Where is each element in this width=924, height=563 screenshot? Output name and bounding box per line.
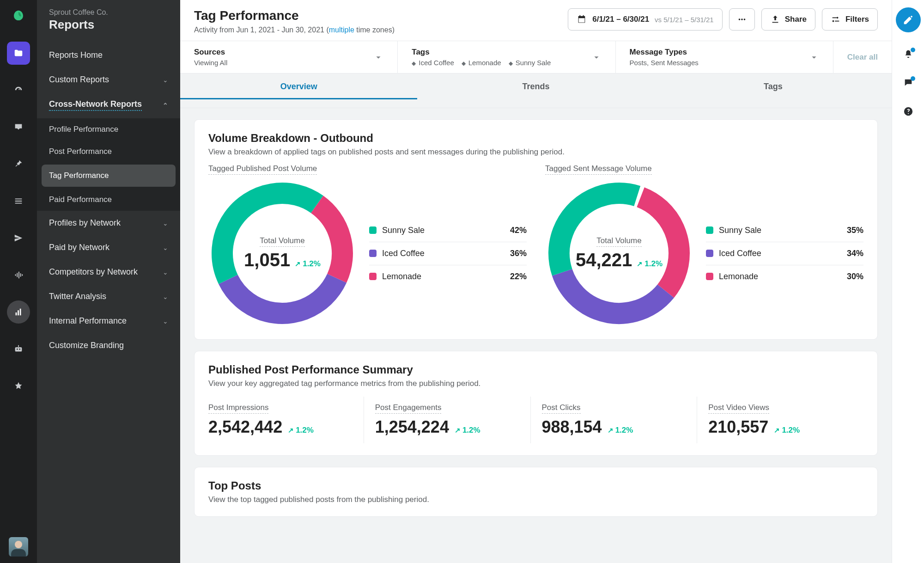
sidebar-item-2[interactable]: Cross-Network Reports⌃ [37, 92, 180, 118]
metric-cell: Post Engagements1,254,2241.2% [364, 397, 531, 443]
calendar-icon [577, 14, 587, 24]
sidebar-sub-2-0[interactable]: Profile Performance [37, 118, 180, 141]
page-title: Tag Performance [194, 8, 395, 23]
nav-pin-icon[interactable] [7, 153, 30, 176]
tag-chip: Sunny Sale [509, 59, 551, 67]
right-rail [892, 0, 924, 563]
legend-row: Lemonade30% [706, 265, 863, 288]
sidebar-item-8[interactable]: Customize Branding [37, 333, 180, 358]
chevron-down-icon [591, 52, 602, 62]
volume-card: Volume Breakdown - Outbound View a break… [194, 119, 878, 340]
tag-chip: Lemonade [462, 59, 501, 67]
legend-row: Sunny Sale42% [369, 219, 527, 242]
legend-row: Lemonade22% [369, 265, 527, 288]
tab-trends[interactable]: Trends [417, 73, 654, 108]
tabs: OverviewTrendsTags [180, 73, 892, 108]
metric-value: 210,557 [708, 417, 768, 437]
topbar: Tag Performance Activity from Jun 1, 202… [180, 0, 892, 41]
page-subtitle: Activity from Jun 1, 2021 - Jun 30, 2021… [194, 26, 395, 34]
icon-rail [0, 0, 37, 563]
legend-row: Sunny Sale35% [706, 219, 863, 242]
sidebar-item-3[interactable]: Profiles by Network⌄ [37, 211, 180, 235]
metric-value: 2,542,442 [208, 417, 282, 437]
trend-value: 1.2% [288, 426, 314, 435]
donut-chart: Tagged Sent Message VolumeTotal Volume54… [545, 164, 863, 327]
summary-card: Published Post Performance Summary View … [194, 351, 878, 456]
section-title: Reports [49, 18, 168, 32]
sidebar-sub-2-2[interactable]: Tag Performance [42, 165, 176, 187]
sidebar-item-0[interactable]: Reports Home [37, 43, 180, 67]
tab-tags[interactable]: Tags [655, 73, 892, 108]
ellipsis-icon [737, 14, 747, 24]
more-button[interactable] [729, 8, 755, 31]
svg-point-0 [738, 18, 740, 20]
trend-value: 1.2% [608, 426, 633, 435]
metric-cell: Post Impressions2,542,4421.2% [208, 397, 364, 443]
clear-all-button[interactable]: Clear all [833, 41, 892, 73]
nav-audio-icon[interactable] [7, 263, 30, 287]
share-icon [770, 14, 780, 24]
filter-tags[interactable]: Tags Iced CoffeeLemonadeSunny Sale [398, 41, 615, 73]
nav-inbox-icon[interactable] [7, 116, 30, 139]
compare-range: vs 5/1/21 – 5/31/21 [655, 16, 714, 24]
total-value: 1,051 [244, 250, 290, 270]
chat-icon[interactable] [903, 78, 913, 90]
sidebar-item-4[interactable]: Paid by Network⌄ [37, 235, 180, 260]
total-value: 54,221 [576, 250, 632, 270]
trend-value: 1.2% [455, 426, 480, 435]
timezone-link[interactable]: multiple [329, 26, 354, 34]
date-range-value: 6/1/21 – 6/30/21 [592, 15, 649, 24]
sidebar-item-5[interactable]: Competitors by Network⌄ [37, 260, 180, 284]
summary-desc: View your key aggregated tag performance… [208, 379, 863, 388]
sidebar-item-6[interactable]: Twitter Analysis⌄ [37, 284, 180, 309]
user-avatar[interactable] [9, 537, 28, 557]
sprout-logo[interactable] [8, 6, 29, 28]
trend-value: 1.2% [774, 426, 800, 435]
top-posts-title: Top Posts [208, 479, 863, 492]
sidebar-sub-2-1[interactable]: Post Performance [37, 141, 180, 163]
nav-star-icon[interactable] [7, 374, 30, 398]
nav-send-icon[interactable] [7, 226, 30, 250]
main: Tag Performance Activity from Jun 1, 202… [180, 0, 892, 563]
share-button[interactable]: Share [761, 8, 815, 31]
nav-list-icon[interactable] [7, 190, 30, 213]
notifications-icon[interactable] [903, 49, 913, 61]
nav-folder-icon[interactable] [7, 42, 30, 65]
chevron-down-icon [809, 52, 819, 62]
top-posts-desc: View the top tagged published posts from… [208, 495, 863, 504]
volume-title: Volume Breakdown - Outbound [208, 132, 863, 145]
tag-chip: Iced Coffee [412, 59, 454, 67]
filters-button[interactable]: Filters [822, 8, 878, 31]
metric-cell: Post Video Views210,5571.2% [697, 397, 863, 443]
legend-row: Iced Coffee36% [369, 242, 527, 265]
notification-dot [911, 76, 915, 81]
nav-bot-icon[interactable] [7, 337, 30, 361]
filter-message-types[interactable]: Message Types Posts, Sent Messages [616, 41, 833, 73]
metric-value: 1,254,224 [375, 417, 449, 437]
company-name: Sprout Coffee Co. [49, 8, 168, 17]
tab-overview[interactable]: Overview [180, 73, 417, 108]
legend-row: Iced Coffee34% [706, 242, 863, 265]
donut-chart: Tagged Published Post VolumeTotal Volume… [208, 164, 527, 327]
top-posts-card: Top Posts View the top tagged published … [194, 467, 878, 517]
sidebar-item-1[interactable]: Custom Reports⌄ [37, 67, 180, 92]
content: Volume Breakdown - Outbound View a break… [180, 108, 892, 563]
sidebar-item-7[interactable]: Internal Performance⌄ [37, 309, 180, 333]
sliders-icon [831, 14, 841, 24]
nav-reports-icon[interactable] [7, 300, 30, 324]
filter-row: Sources Viewing All Tags Iced CoffeeLemo… [180, 41, 892, 73]
sidebar: Sprout Coffee Co. Reports Reports HomeCu… [37, 0, 180, 563]
summary-title: Published Post Performance Summary [208, 363, 863, 376]
metric-cell: Post Clicks988,1541.2% [531, 397, 698, 443]
metric-value: 988,154 [542, 417, 602, 437]
date-range-picker[interactable]: 6/1/21 – 6/30/21 vs 5/1/21 – 5/31/21 [568, 8, 723, 31]
nav-gauge-icon[interactable] [7, 79, 30, 102]
trend-value: 1.2% [637, 259, 663, 269]
volume-desc: View a breakdown of applied tags on publ… [208, 147, 863, 157]
notification-dot [911, 48, 915, 52]
filter-sources[interactable]: Sources Viewing All [180, 41, 398, 73]
compose-button[interactable] [896, 7, 921, 32]
help-icon[interactable] [903, 106, 913, 118]
svg-point-1 [741, 18, 743, 20]
sidebar-sub-2-3[interactable]: Paid Performance [37, 189, 180, 211]
